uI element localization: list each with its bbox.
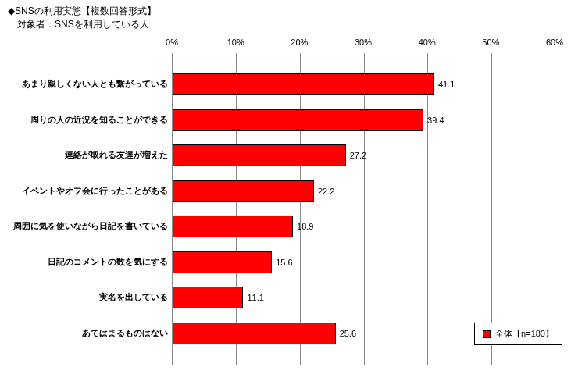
category-label: 連絡が取れる友達が増えた — [9, 151, 173, 161]
gridline — [555, 53, 555, 365]
category-label: あてはまるものはない — [9, 328, 173, 338]
bar: 25.6 — [173, 323, 336, 344]
tick-label: 10% — [227, 37, 244, 47]
bar-row: 連絡が取れる友達が増えた27.2 — [173, 144, 555, 166]
chart-area: 0%10%20%30%40%50%60% あまり親しくない人とも繋がっている41… — [172, 37, 555, 365]
tick-label: 30% — [355, 37, 372, 47]
bar-row: 周囲に気を使いながら日記を書いている18.9 — [173, 216, 555, 237]
bar: 15.6 — [173, 251, 272, 273]
category-label: 実名を出している — [9, 293, 173, 303]
tick-label: 60% — [546, 37, 563, 47]
gridline — [491, 53, 492, 365]
bar-row: 実名を出している11.1 — [173, 287, 555, 308]
legend-swatch — [483, 330, 491, 338]
tick-label: 20% — [291, 37, 308, 47]
gridline — [300, 53, 301, 365]
bar: 22.2 — [173, 180, 314, 202]
bar-row: 日記のコメントの数を気にする15.6 — [173, 251, 555, 273]
x-axis: 0%10%20%30%40%50%60% — [172, 37, 555, 53]
value-label: 41.1 — [434, 80, 455, 89]
bar-row: あまり親しくない人とも繋がっている41.1 — [173, 73, 555, 95]
plot-area: あまり親しくない人とも繋がっている41.1周りの人の近況を知ることができる39.… — [172, 53, 555, 365]
value-label: 27.2 — [345, 151, 366, 160]
bar: 41.1 — [173, 73, 434, 95]
gridline — [236, 53, 237, 365]
value-label: 11.1 — [242, 293, 263, 302]
category-label: 日記のコメントの数を気にする — [9, 257, 173, 267]
category-label: イベントやオフ会に行ったことがある — [9, 186, 173, 196]
bar: 11.1 — [173, 287, 243, 308]
value-label: 18.9 — [292, 222, 313, 231]
category-label: 周囲に気を使いながら日記を書いている — [9, 222, 173, 232]
gridline — [427, 53, 428, 365]
value-label: 39.4 — [423, 116, 444, 125]
bar: 27.2 — [173, 144, 346, 166]
legend-label: 全体【n=180】 — [495, 328, 554, 340]
bar-row: 周りの人の近況を知ることができる39.4 — [173, 109, 555, 131]
bar: 39.4 — [173, 109, 423, 131]
value-label: 15.6 — [271, 258, 292, 267]
tick-label: 50% — [482, 37, 499, 47]
chart-title: ◆SNSの利用実態【複数回答形式】 — [8, 5, 570, 18]
tick-label: 40% — [419, 37, 436, 47]
gridline — [364, 53, 365, 365]
legend: 全体【n=180】 — [474, 323, 562, 345]
value-label: 22.2 — [313, 187, 334, 196]
tick-label: 0% — [166, 37, 178, 47]
chart-subtitle: 対象者：SNSを利用している人 — [8, 18, 570, 31]
bar-row: イベントやオフ会に行ったことがある22.2 — [173, 180, 555, 202]
category-label: 周りの人の近況を知ることができる — [9, 115, 173, 125]
value-label: 25.6 — [335, 329, 356, 338]
bar: 18.9 — [173, 216, 293, 237]
category-label: あまり親しくない人とも繋がっている — [9, 80, 173, 90]
